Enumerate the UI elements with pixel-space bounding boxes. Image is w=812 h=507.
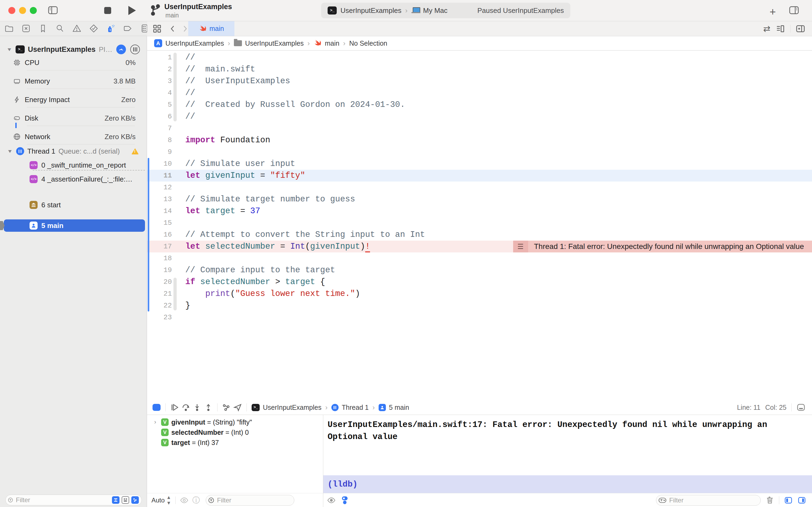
breadcrumb-file[interactable]: main [325,40,339,47]
filter-history-icon[interactable] [122,496,129,504]
line-number[interactable]: 3 [147,75,172,87]
step-into-icon[interactable] [191,402,203,413]
code-line-22[interactable]: 22} [147,300,812,312]
destination-name[interactable]: My Mac [423,6,448,15]
changes-navigator-icon[interactable] [21,23,31,33]
close-window-button[interactable] [8,7,15,14]
info-icon[interactable]: ⓘ [192,495,200,505]
code-review-icon[interactable]: ⇄ [763,23,770,34]
hide-debug-area-icon[interactable] [797,403,806,412]
breakpoints-navigator-icon[interactable] [123,23,132,33]
code-line-10[interactable]: 10// Simulate user input [147,158,812,170]
line-number[interactable]: 1 [147,52,172,63]
scheme-name[interactable]: UserInputExamples [341,6,401,15]
navigator-filter-input[interactable] [15,496,110,504]
line-number[interactable]: 7 [147,122,172,134]
related-items-icon[interactable] [153,24,162,33]
line-number[interactable]: 2 [147,63,172,75]
toggle-inspector-icon[interactable] [789,5,799,16]
line-number[interactable]: 10 [147,158,172,170]
line-number[interactable]: 4 [147,87,172,99]
library-plus-icon[interactable]: + [769,6,776,18]
find-navigator-icon[interactable] [55,23,65,33]
line-number[interactable]: 15 [147,217,172,229]
code-line-20[interactable]: 20if selectedNumber > target { [147,276,812,288]
gauge-row-energy-impact[interactable]: Energy ImpactZero [0,94,147,105]
performance-gauge-icon[interactable] [116,45,126,54]
stack-frame-row[interactable]: </>0 _swift_runtime_on_report [0,160,147,171]
navigator-filter-field[interactable] [5,495,142,505]
debugbar-frame[interactable]: 5 main [389,404,409,411]
variable-row[interactable]: ›VgivenInput = (String) "fifty" [147,417,323,427]
stack-frame-row[interactable]: 6 start [0,200,147,210]
variables-filter-input[interactable] [217,496,291,504]
clear-console-trash-icon[interactable] [765,496,774,505]
code-line-2[interactable]: 2// main.swift [147,63,812,75]
line-number[interactable]: 18 [147,252,172,264]
code-line-18[interactable]: 18 [147,252,812,264]
debugbar-thread[interactable]: Thread 1 [342,404,369,411]
code-line-7[interactable]: 7 [147,122,812,134]
quicklook-eye-icon[interactable] [180,496,188,505]
line-number[interactable]: 16 [147,229,172,241]
line-number[interactable]: 11 [147,170,172,181]
simulate-location-icon[interactable] [232,402,243,413]
line-number[interactable]: 12 [147,181,172,193]
code-line-5[interactable]: 5// Created by Russell Gordon on 2024-01… [147,99,812,111]
variable-row[interactable]: VselectedNumber = (Int) 0 [147,427,323,438]
issues-navigator-icon[interactable] [72,23,81,33]
console-output-selector-icon[interactable] [341,496,349,505]
toggle-navigator-icon[interactable] [48,5,58,16]
show-console-view-icon[interactable] [798,496,806,505]
stack-frame-selected[interactable]: 5 main [4,219,145,232]
breadcrumb-group[interactable]: UserInputExamples [245,40,304,47]
adjust-editor-icon[interactable] [776,24,785,33]
code-line-11[interactable]: 11let givenInput = "fifty" [147,170,812,181]
block-fold-ribbon[interactable] [173,278,177,311]
disclosure-chevron-icon[interactable]: › [152,419,159,426]
code-line-16[interactable]: 16// Attempt to convert the String input… [147,229,812,241]
line-number[interactable]: 9 [147,146,172,158]
step-out-icon[interactable] [203,402,214,413]
run-button[interactable] [128,6,136,15]
breadcrumb-project[interactable]: UserInputExamples [165,40,224,47]
debug-navigator-icon[interactable] [106,23,115,33]
chevron-down-icon[interactable]: ▼ [6,47,12,52]
line-number[interactable]: 13 [147,193,172,205]
debugbar-project[interactable]: UserInputExamples [263,404,322,411]
filter-crashed-icon[interactable] [131,496,139,504]
line-number[interactable]: 19 [147,264,172,276]
continue-execution-icon[interactable] [169,402,180,413]
zoom-window-button[interactable] [30,7,37,14]
lldb-prompt-row[interactable]: (lldb) [323,475,812,493]
variable-row[interactable]: Vtarget = (Int) 37 [147,438,323,448]
chevron-down-icon[interactable]: ▼ [7,149,13,154]
line-number[interactable]: 8 [147,134,172,146]
breadcrumb-selection[interactable]: No Selection [349,40,388,47]
code-line-15[interactable]: 15 [147,217,812,229]
console-view[interactable]: UserInputExamples/main.swift:17: Fatal e… [323,415,812,507]
code-line-9[interactable]: 9 [147,146,812,158]
code-line-13[interactable]: 13// Simulate target number to guess [147,193,812,205]
code-line-19[interactable]: 19// Compare input to the target [147,264,812,276]
line-number[interactable]: 5 [147,99,172,111]
step-over-icon[interactable] [180,402,191,413]
code-line-6[interactable]: 6// [147,111,812,122]
line-number[interactable]: 21 [147,288,172,300]
console-filter-field[interactable] [656,495,761,506]
code-line-21[interactable]: 21 print("Guess lower next time.") [147,288,812,300]
error-disclosure-icon[interactable]: ☰ [513,241,528,252]
activity-scheme-pill[interactable]: >_ UserInputExamples › My Mac Paused Use… [321,3,570,18]
filter-flag-icon[interactable] [112,496,119,504]
code-line-4[interactable]: 4// [147,87,812,99]
line-number[interactable]: 20 [147,276,172,288]
code-line-17[interactable]: 17let selectedNumber = Int(givenInput)!☰… [147,241,812,252]
process-row[interactable]: ▼ >_ UserInputExamples PI… [0,44,147,55]
line-number[interactable]: 14 [147,205,172,217]
thread-row[interactable]: ▼ Thread 1 Queue: c...d (serial) [0,146,147,157]
gauge-row-network[interactable]: NetworkZero KB/s [0,131,147,142]
console-filter-input[interactable] [669,496,758,504]
stop-button[interactable] [104,7,111,14]
forward-chevron-icon[interactable] [181,25,189,33]
gauge-row-disk[interactable]: DiskZero KB/s [0,113,147,123]
